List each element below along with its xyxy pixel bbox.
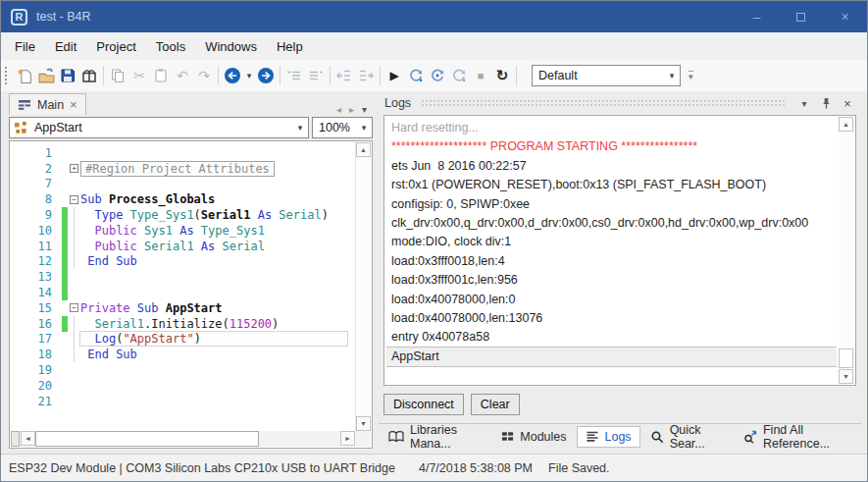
log-line[interactable]: rst:0x1 (POWERON_RESET),boot:0x13 (SPI_F… (386, 176, 837, 194)
navigate-forward-button[interactable] (255, 65, 277, 86)
code-line[interactable]: 1 (11, 145, 355, 161)
export-package-button[interactable] (78, 65, 100, 86)
editor-horizontal-scrollbar[interactable]: ◄ ► (11, 431, 355, 447)
scrollbar-thumb[interactable] (839, 348, 853, 368)
editor-zoom-select[interactable]: 100% ▾ (312, 117, 373, 138)
code-line[interactable]: 13 (11, 269, 355, 285)
log-line[interactable]: ******************** PROGRAM STARTING **… (386, 137, 837, 156)
code-line[interactable]: 12 End Sub (11, 254, 355, 270)
code-line[interactable]: 18 End Sub (11, 347, 355, 362)
log-line[interactable]: mode:DIO, clock div:1 (386, 233, 837, 251)
navigate-back-button[interactable] (222, 65, 243, 86)
menu-item-project[interactable]: Project (86, 35, 145, 58)
sub-navigator-select[interactable]: AppStart ▾ (9, 117, 309, 138)
code-line[interactable]: 9 Type Type_Sys1(Serial1 As Serial) (11, 207, 355, 223)
redo-button[interactable]: ↷ (193, 65, 215, 86)
editor-vertical-scrollbar[interactable]: ▲ ▼ (355, 142, 371, 431)
tab-libraries-manager[interactable]: Libraries Mana... (381, 420, 491, 454)
undo-button[interactable]: ↶ (172, 65, 193, 86)
step-into-button[interactable] (427, 65, 448, 86)
outdent-button[interactable] (333, 65, 355, 86)
build-configuration-select[interactable]: Default ▾ (532, 65, 681, 86)
navigate-back-dropdown[interactable]: ▾ (243, 65, 255, 86)
log-line[interactable]: entry 0x40078a58 (386, 328, 837, 347)
tab-close-icon[interactable]: × (70, 97, 77, 112)
log-line[interactable]: configsip: 0, SPIWP:0xee (386, 195, 837, 214)
panel-menu-icon[interactable]: ▾ (796, 98, 812, 109)
code-line[interactable]: 16 Serial1.Initialize(115200) (11, 316, 355, 332)
toolbar-overflow-button[interactable]: ▾ (689, 71, 693, 80)
tab-scroll-left-icon[interactable]: ◂ (336, 104, 341, 115)
scroll-down-icon[interactable]: ▼ (356, 416, 371, 431)
minimize-button[interactable]: – (735, 1, 779, 32)
code-editor[interactable]: 12+#Region Project Attributes78−Sub Proc… (9, 140, 373, 449)
tab-modules[interactable]: Modules (493, 427, 574, 447)
code-line[interactable]: 8−Sub Process_Globals (11, 191, 355, 207)
menu-item-help[interactable]: Help (267, 35, 313, 58)
menu-item-edit[interactable]: Edit (45, 35, 86, 58)
tab-quick-search[interactable]: Quick Sear... (642, 420, 734, 454)
fold-toggle-icon[interactable]: − (68, 195, 80, 204)
close-button[interactable]: × (823, 1, 867, 32)
log-line[interactable]: load:0x40078000,len:0 (386, 291, 837, 309)
log-line-selected[interactable]: AppStart (386, 348, 837, 366)
maximize-button[interactable] (779, 1, 823, 32)
save-button[interactable] (57, 65, 78, 86)
clear-button[interactable]: Clear (471, 394, 520, 415)
code-line[interactable]: 11 Public Serial1 As Serial (11, 239, 355, 254)
new-project-button[interactable] (14, 65, 35, 86)
disconnect-button[interactable]: Disconnect (383, 394, 464, 415)
run-button[interactable]: ▶ (383, 65, 405, 86)
pin-icon[interactable] (818, 97, 834, 110)
indent-button[interactable] (355, 65, 377, 86)
scroll-up-icon[interactable]: ▲ (356, 142, 371, 157)
cut-button[interactable]: ✂ (128, 65, 150, 86)
rebuild-button[interactable]: ↻ (491, 65, 513, 86)
stop-button[interactable]: ■ (470, 65, 491, 86)
tab-logs[interactable]: Logs (577, 426, 640, 448)
paste-button[interactable] (150, 65, 172, 86)
log-line[interactable]: load:0x3fff001c,len:956 (386, 271, 837, 290)
tab-find-all-references[interactable]: Find All Reference... (736, 420, 861, 454)
splitter-grip[interactable] (11, 431, 20, 447)
step-over-button[interactable] (448, 65, 470, 86)
log-line[interactable]: load:0x3fff0018,len:4 (386, 252, 837, 271)
scrollbar-thumb[interactable] (35, 431, 259, 447)
menu-item-tools[interactable]: Tools (146, 35, 195, 58)
collapsed-region[interactable]: #Region Project Attributes (80, 161, 275, 177)
scroll-up-icon[interactable]: ▲ (839, 117, 853, 132)
menu-item-file[interactable]: File (5, 35, 45, 58)
code-line[interactable]: 15−Private Sub AppStart (11, 300, 355, 316)
tab-list-dropdown-icon[interactable]: ▾ (362, 104, 367, 115)
comment-button[interactable] (283, 65, 305, 86)
scroll-left-icon[interactable]: ◄ (21, 431, 35, 446)
code-line[interactable]: 17 Log("AppStart") (11, 332, 355, 348)
resume-button[interactable] (405, 65, 427, 86)
toolbar-grip[interactable] (5, 67, 10, 84)
log-line[interactable]: Hard resetting... (386, 119, 837, 137)
logs-panel-header[interactable]: Logs ▾ × (379, 93, 861, 113)
fold-toggle-icon[interactable]: + (68, 164, 80, 173)
log-line[interactable]: clk_drv:0x00,q_drv:0x00,d_drv:0x00,cs0_d… (386, 214, 837, 233)
scrollbar-track[interactable] (259, 431, 340, 447)
log-vertical-scrollbar[interactable]: ▲ ▼ (839, 117, 854, 384)
tab-scroll-right-icon[interactable]: ▸ (349, 104, 354, 115)
code-line[interactable]: 7 (11, 177, 355, 192)
open-project-button[interactable] (35, 65, 57, 86)
code-line[interactable]: 19 (11, 362, 355, 378)
copy-button[interactable] (107, 65, 128, 86)
code-line[interactable]: 20 (11, 378, 355, 394)
scroll-down-icon[interactable]: ▼ (839, 369, 853, 384)
code-line[interactable]: 14 (11, 285, 355, 300)
uncomment-button[interactable] (305, 65, 327, 86)
panel-close-icon[interactable]: × (840, 96, 855, 111)
scroll-right-icon[interactable]: ► (340, 431, 355, 446)
log-line[interactable]: load:0x40078000,len:13076 (386, 309, 837, 328)
fold-toggle-icon[interactable]: − (68, 303, 80, 312)
code-line[interactable]: 21 (11, 394, 355, 409)
tab-main[interactable]: Main × (9, 93, 86, 115)
log-line[interactable]: ets Jun 8 2016 00:22:57 (386, 157, 837, 176)
code-line[interactable]: 10 Public Sys1 As Type_Sys1 (11, 223, 355, 239)
code-line[interactable]: 2+#Region Project Attributes (11, 161, 355, 177)
menu-item-windows[interactable]: Windows (195, 35, 267, 58)
